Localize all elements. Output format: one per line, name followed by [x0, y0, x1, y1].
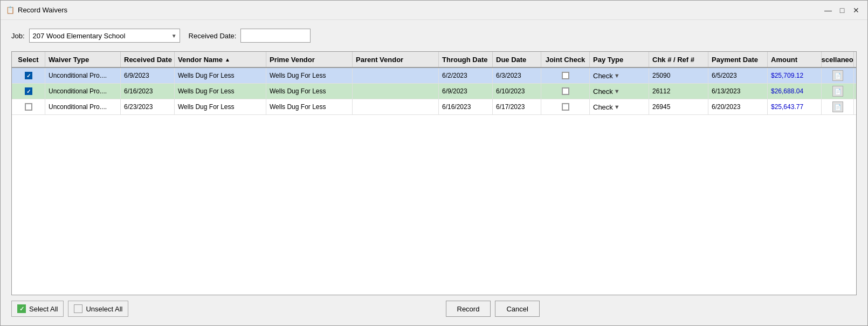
cancel-button[interactable]: Cancel: [495, 301, 539, 317]
row2-waiver-type: Unconditional Pro....: [45, 84, 121, 99]
received-date-label: Received Date:: [189, 32, 237, 40]
header-pay-type: Pay Type: [590, 52, 649, 67]
row3-joint-check[interactable]: [562, 103, 569, 111]
row2-pay-type-dropdown-icon[interactable]: ▼: [614, 88, 620, 94]
received-date-field-group: Received Date:: [189, 29, 311, 43]
app-icon: 📋: [6, 6, 15, 15]
row1-due-date: 6/3/2023: [493, 68, 541, 83]
row3-file-icon[interactable]: 📄: [832, 101, 843, 112]
row3-select-cell[interactable]: [12, 99, 45, 114]
title-bar: 📋 Record Waivers — □ ✕: [1, 1, 867, 20]
row1-file-icon[interactable]: 📄: [832, 70, 843, 81]
table-row[interactable]: Unconditional Pro.... 6/16/2023 Wells Du…: [12, 84, 856, 99]
row3-waiver-type: Unconditional Pro....: [45, 99, 121, 114]
table-row[interactable]: Unconditional Pro.... 6/23/2023 Wells Du…: [12, 99, 856, 115]
window: 📋 Record Waivers — □ ✕ Job: 207 Wood Ele…: [0, 0, 868, 326]
select-all-button[interactable]: Select All: [11, 301, 64, 317]
row3-misc-cell[interactable]: 📄: [822, 99, 854, 114]
header-parent-vendor: Parent Vendor: [353, 52, 439, 67]
header-received-date[interactable]: Received Date ▲: [121, 52, 175, 67]
row2-joint-check[interactable]: [562, 87, 569, 95]
unselect-all-checkbox-icon: [74, 304, 82, 313]
row2-payment-date: 6/13/2023: [708, 84, 768, 99]
bottom-bar: Select All Unselect All Record Cancel: [11, 295, 857, 320]
row1-checkbox[interactable]: [25, 72, 32, 79]
row1-waiver-type: Unconditional Pro....: [45, 68, 121, 83]
row1-payment-date: 6/5/2023: [708, 68, 768, 83]
header-prime-vendor: Prime Vendor: [266, 52, 353, 67]
row2-amount: $26,688.04: [768, 84, 822, 99]
job-label: Job:: [11, 32, 25, 40]
row1-received-date: 6/9/2023: [121, 68, 175, 83]
row3-pay-type-dropdown-icon[interactable]: ▼: [614, 104, 620, 110]
row2-received-date: 6/16/2023: [121, 84, 175, 99]
row3-pay-type: Check ▼: [590, 99, 649, 114]
row1-select-cell[interactable]: [12, 68, 45, 83]
row2-prime-vendor: Wells Dug For Less: [266, 84, 353, 99]
row3-vendor-name: Wells Dug For Less: [175, 99, 266, 114]
row2-joint-check-cell[interactable]: [541, 84, 590, 99]
row3-prime-vendor: Wells Dug For Less: [266, 99, 353, 114]
job-select-wrapper: 207 Wood Elementary School: [29, 29, 180, 43]
row1-joint-check-cell[interactable]: [541, 68, 590, 83]
minimize-button[interactable]: —: [822, 4, 834, 16]
row2-vendor-name: Wells Dug For Less: [175, 84, 266, 99]
row3-chk-ref: 26945: [649, 99, 708, 114]
row1-pay-type-dropdown-icon[interactable]: ▼: [614, 72, 620, 79]
window-controls: — □ ✕: [822, 4, 862, 16]
row3-joint-check-cell[interactable]: [541, 99, 590, 114]
row3-checkbox[interactable]: [25, 103, 32, 111]
row2-file-icon[interactable]: 📄: [832, 86, 843, 97]
window-title: Record Waivers: [18, 6, 822, 14]
row2-checkbox[interactable]: [25, 87, 32, 95]
row2-parent-vendor: [353, 84, 439, 99]
row3-parent-vendor: [353, 99, 439, 114]
header-select: Select: [12, 52, 45, 67]
row2-chk-ref: 26112: [649, 84, 708, 99]
data-grid: Select Waiver Type Received Date ▲ Vendo…: [11, 51, 857, 295]
row1-joint-check[interactable]: [562, 72, 569, 79]
header-joint-check: Joint Check: [541, 52, 590, 67]
maximize-button[interactable]: □: [836, 4, 848, 16]
record-button[interactable]: Record: [446, 301, 491, 317]
row2-select-cell[interactable]: [12, 84, 45, 99]
top-form-bar: Job: 207 Wood Elementary School Received…: [11, 29, 857, 43]
row1-through-date: 6/2/2023: [439, 68, 493, 83]
row1-vendor-name: Wells Dug For Less: [175, 68, 266, 83]
row3-through-date: 6/16/2023: [439, 99, 493, 114]
table-row[interactable]: Unconditional Pro.... 6/9/2023 Wells Dug…: [12, 68, 856, 84]
row3-payment-date: 6/20/2023: [708, 99, 768, 114]
row2-pay-type: Check ▼: [590, 84, 649, 99]
job-field-group: Job: 207 Wood Elementary School: [11, 29, 180, 43]
job-select[interactable]: 207 Wood Elementary School: [29, 29, 180, 43]
select-all-checkbox-icon: [17, 304, 26, 313]
action-buttons: Record Cancel: [128, 301, 857, 317]
grid-header: Select Waiver Type Received Date ▲ Vendo…: [12, 52, 856, 68]
row3-amount: $25,643.77: [768, 99, 822, 114]
content-area: Job: 207 Wood Elementary School Received…: [1, 20, 867, 325]
header-vendor-name[interactable]: Vendor Name ▲: [175, 52, 266, 67]
header-through-date: Through Date: [439, 52, 493, 67]
unselect-all-button[interactable]: Unselect All: [68, 301, 128, 317]
selection-buttons: Select All Unselect All: [11, 301, 128, 317]
row3-due-date: 6/17/2023: [493, 99, 541, 114]
row1-amount: $25,709.12: [768, 68, 822, 83]
sort-arrow-vendor-name: ▲: [225, 57, 230, 63]
header-waiver-type: Waiver Type: [45, 52, 121, 67]
row3-received-date: 6/23/2023: [121, 99, 175, 114]
header-chk-ref: Chk # / Ref #: [649, 52, 708, 67]
row1-pay-type: Check ▼: [590, 68, 649, 83]
row1-parent-vendor: [353, 68, 439, 83]
row1-prime-vendor: Wells Dug For Less: [266, 68, 353, 83]
row1-misc-cell[interactable]: 📄: [822, 68, 854, 83]
received-date-input[interactable]: [240, 29, 311, 43]
row1-chk-ref: 25090: [649, 68, 708, 83]
grid-body: Unconditional Pro.... 6/9/2023 Wells Dug…: [12, 68, 856, 295]
header-payment-date: Payment Date: [708, 52, 768, 67]
close-button[interactable]: ✕: [850, 4, 862, 16]
row2-due-date: 6/10/2023: [493, 84, 541, 99]
header-amount: Amount: [768, 52, 822, 67]
header-due-date: Due Date: [493, 52, 541, 67]
row2-misc-cell[interactable]: 📄: [822, 84, 854, 99]
header-misc: Miscellaneous: [822, 52, 854, 67]
